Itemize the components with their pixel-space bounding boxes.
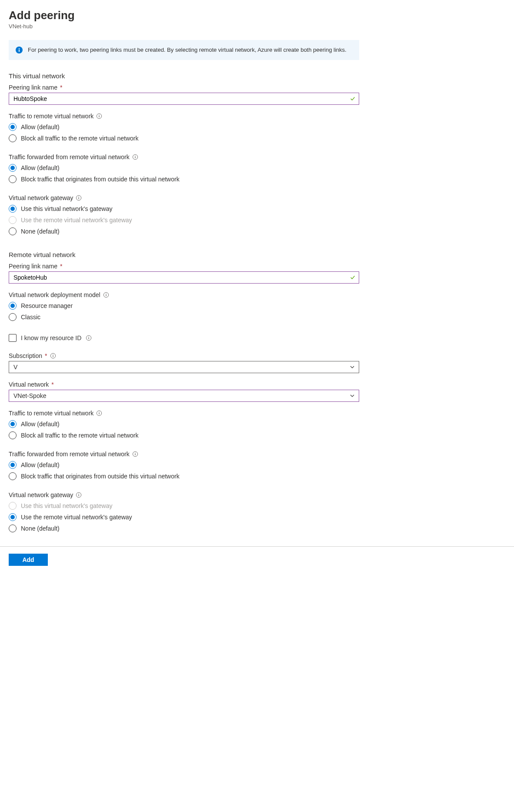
- radio-icon: [9, 205, 17, 213]
- chevron-down-icon: [350, 393, 355, 398]
- checkmark-icon: [350, 274, 356, 281]
- svg-rect-13: [106, 294, 106, 296]
- select-virtual-network[interactable]: VNet-Spoke: [9, 390, 359, 402]
- svg-rect-16: [89, 337, 89, 339]
- required-asterisk: *: [45, 352, 47, 359]
- svg-rect-25: [135, 454, 135, 455]
- svg-rect-23: [99, 412, 100, 412]
- svg-rect-17: [89, 337, 89, 337]
- radio-icon: [9, 420, 17, 428]
- checkbox-icon: [9, 334, 17, 342]
- svg-rect-29: [79, 494, 79, 494]
- label-peering-link-remote: Peering link name*: [9, 263, 505, 270]
- radio-icon: [9, 134, 17, 142]
- label-traffic-to-remote-this: Traffic to remote virtual network: [9, 113, 505, 120]
- select-subscription-value: V: [9, 361, 359, 373]
- info-icon[interactable]: [132, 451, 138, 457]
- svg-rect-28: [79, 495, 79, 496]
- page-title: Add peering: [9, 9, 505, 22]
- svg-rect-22: [99, 413, 100, 414]
- svg-rect-1: [19, 50, 20, 52]
- svg-rect-2: [19, 48, 20, 49]
- radio-traffic-forwarded-remote-block[interactable]: Block traffic that originates from outsi…: [9, 471, 505, 482]
- radio-traffic-forwarded-this-allow[interactable]: Allow (default): [9, 162, 505, 174]
- radio-icon: [9, 502, 17, 510]
- radio-icon: [9, 313, 17, 321]
- radio-deployment-classic[interactable]: Classic: [9, 311, 505, 323]
- info-banner: For peering to work, two peering links m…: [9, 40, 359, 60]
- label-gateway-remote: Virtual network gateway: [9, 491, 505, 498]
- required-asterisk: *: [60, 84, 62, 91]
- radio-icon: [9, 472, 17, 480]
- info-icon[interactable]: [132, 154, 138, 160]
- svg-rect-14: [106, 294, 106, 294]
- radio-traffic-forwarded-this-block[interactable]: Block traffic that originates from outsi…: [9, 174, 505, 185]
- info-icon[interactable]: [96, 113, 102, 119]
- radio-icon: [9, 431, 17, 439]
- svg-rect-5: [99, 115, 100, 115]
- radio-icon: [9, 513, 17, 521]
- radio-icon: [9, 227, 17, 235]
- radio-icon: [9, 461, 17, 469]
- svg-rect-19: [53, 355, 53, 357]
- radio-traffic-to-remote-remote-block[interactable]: Block all traffic to the remote virtual …: [9, 430, 505, 441]
- info-icon[interactable]: [86, 335, 92, 341]
- required-asterisk: *: [60, 263, 62, 270]
- svg-rect-7: [135, 157, 135, 158]
- radio-icon: [9, 216, 17, 224]
- input-peering-link-this[interactable]: [9, 93, 359, 105]
- section-remote-vnet: Remote virtual network: [9, 251, 505, 258]
- label-deployment-model: Virtual network deployment model: [9, 291, 505, 298]
- info-icon[interactable]: [103, 292, 109, 298]
- label-traffic-forwarded-remote: Traffic forwarded from remote virtual ne…: [9, 451, 505, 458]
- select-subscription[interactable]: V: [9, 361, 359, 373]
- label-gateway-this: Virtual network gateway: [9, 194, 505, 201]
- chevron-down-icon: [350, 364, 355, 370]
- page-subtitle: VNet-hub: [9, 23, 505, 30]
- svg-rect-20: [53, 354, 53, 355]
- radio-deployment-rm[interactable]: Resource manager: [9, 300, 505, 311]
- radio-icon: [9, 175, 17, 183]
- radio-icon: [9, 525, 17, 532]
- add-button[interactable]: Add: [9, 554, 48, 566]
- radio-gateway-this-none[interactable]: None (default): [9, 226, 505, 237]
- svg-rect-8: [135, 156, 135, 156]
- radio-icon: [9, 164, 17, 172]
- svg-rect-10: [79, 197, 79, 199]
- input-peering-link-remote[interactable]: [9, 271, 359, 284]
- info-icon: [16, 47, 23, 53]
- label-traffic-forwarded-this: Traffic forwarded from remote virtual ne…: [9, 154, 505, 160]
- select-virtual-network-value: VNet-Spoke: [9, 390, 359, 402]
- svg-rect-4: [99, 116, 100, 117]
- radio-traffic-forwarded-remote-allow[interactable]: Allow (default): [9, 459, 505, 471]
- info-icon[interactable]: [76, 492, 82, 498]
- section-this-vnet: This virtual network: [9, 72, 505, 80]
- checkmark-icon: [350, 96, 356, 102]
- info-message: For peering to work, two peering links m…: [28, 46, 347, 54]
- checkbox-know-resource-id[interactable]: I know my resource ID: [9, 332, 505, 344]
- info-icon[interactable]: [96, 410, 102, 416]
- radio-gateway-remote-use-this: Use this virtual network's gateway: [9, 500, 505, 511]
- label-subscription: Subscription*: [9, 352, 505, 359]
- info-icon[interactable]: [76, 195, 82, 201]
- radio-gateway-this-use-remote: Use the remote virtual network's gateway: [9, 214, 505, 226]
- radio-gateway-remote-none[interactable]: None (default): [9, 523, 505, 534]
- svg-rect-26: [135, 453, 135, 453]
- required-asterisk: *: [51, 381, 53, 388]
- label-virtual-network: Virtual network*: [9, 381, 505, 388]
- radio-traffic-to-remote-remote-allow[interactable]: Allow (default): [9, 418, 505, 430]
- radio-gateway-remote-use-remote[interactable]: Use the remote virtual network's gateway: [9, 511, 505, 523]
- label-peering-link-this: Peering link name*: [9, 84, 505, 91]
- radio-traffic-to-remote-this-allow[interactable]: Allow (default): [9, 121, 505, 133]
- radio-gateway-this-use-this[interactable]: Use this virtual network's gateway: [9, 203, 505, 214]
- radio-icon: [9, 123, 17, 131]
- label-traffic-to-remote-remote: Traffic to remote virtual network: [9, 410, 505, 417]
- radio-icon: [9, 302, 17, 310]
- radio-traffic-to-remote-this-block[interactable]: Block all traffic to the remote virtual …: [9, 133, 505, 144]
- info-icon[interactable]: [50, 353, 56, 359]
- svg-rect-11: [79, 197, 79, 197]
